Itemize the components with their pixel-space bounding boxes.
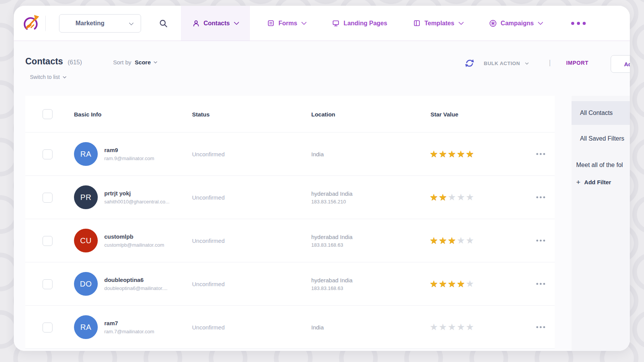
filter-item-all-contacts[interactable]: All Contacts [572,101,630,125]
contact-status: Unconfirmed [192,238,225,244]
row-actions-menu[interactable] [534,238,547,244]
columns-icon [413,20,421,27]
row-actions-menu[interactable] [534,151,547,157]
contact-basic-info: customlpb customlpb@mailinator.com [104,233,164,248]
star-filled-icon: ★ [439,192,448,202]
nav-divider [45,16,46,31]
ellipsis-icon [536,283,538,285]
filter-item-all-saved-filters[interactable]: All Saved Filters [572,130,630,147]
table-row[interactable]: PR prtrjt yokj sahith0010@gharcentral.co… [25,175,555,219]
contacts-table: Basic Info Status Location Star Value RA… [25,96,555,349]
contact-email: customlpb@mailinator.com [104,242,164,248]
form-icon [267,20,274,27]
contact-basic-info: doubleoptina6 doubleoptina6@mailinator..… [104,277,168,291]
star-empty-icon: ★ [457,235,466,246]
refresh-button[interactable] [465,58,475,68]
location-city: hyderabad India [311,277,353,283]
sort-by-label: Sort by [113,59,131,66]
contact-location: India [311,151,324,157]
product-selector[interactable]: Marketing [59,14,141,33]
location-city: India [311,151,324,157]
contact-email: sahith0010@gharcentral.co... [104,199,169,205]
contact-name: ram9 [104,147,154,153]
location-ip: 183.83.156.210 [311,199,353,205]
star-filled-icon: ★ [457,149,466,159]
column-header-star-value: Star Value [430,111,458,118]
row-checkbox[interactable] [43,323,53,333]
marketing-logo-icon[interactable] [21,13,41,33]
select-all-checkbox[interactable] [43,109,53,119]
tab-landing-pages[interactable]: Landing Pages [323,6,396,41]
star-filled-icon: ★ [430,149,439,159]
row-checkbox[interactable] [43,193,53,203]
chevron-down-icon [301,20,307,25]
header-divider: | [549,59,551,67]
row-checkbox[interactable] [43,149,53,159]
actions-button[interactable]: Act [611,55,630,73]
star-rating[interactable]: ★★★★★ [430,279,475,288]
star-filled-icon: ★ [439,149,448,159]
star-empty-icon: ★ [466,278,475,289]
table-row[interactable]: RA ram7 ram.7@mailinator.com Unconfirmed… [25,305,555,349]
add-filter-label: Add Filter [584,179,611,185]
search-button[interactable] [156,16,170,30]
star-filled-icon: ★ [448,278,457,289]
contact-name: doubleoptina6 [104,277,168,283]
import-button[interactable]: IMPORT [566,60,588,66]
campaign-icon [489,20,497,27]
row-checkbox[interactable] [43,236,53,246]
avatar: DO [74,272,98,296]
table-row[interactable]: RA ram9 ram.9@mailinator.com Unconfirmed… [25,132,555,175]
ellipsis-icon [536,326,538,328]
switch-to-list-control[interactable]: Switch to list [30,74,66,80]
star-rating[interactable]: ★★★★★ [430,236,475,245]
location-ip: 183.83.168.63 [311,242,353,248]
row-actions-menu[interactable] [534,194,547,201]
row-actions-menu[interactable] [534,281,547,287]
table-header-row: Basic Info Status Location Star Value [25,96,555,132]
plus-icon: + [576,179,580,186]
row-checkbox[interactable] [43,279,53,289]
star-empty-icon: ★ [448,192,457,202]
star-filled-icon: ★ [457,278,466,289]
location-city: India [311,324,324,330]
sort-value: Score [135,59,151,66]
tab-templates[interactable]: Templates [404,6,472,41]
contact-location: India [311,324,324,330]
star-rating[interactable]: ★★★★★ [430,193,475,202]
page-title: Contacts [25,56,63,67]
filters-panel: All Contacts All Saved Filters Meet all … [572,96,630,351]
star-filled-icon: ★ [466,149,475,159]
refresh-icon [465,58,475,68]
table-row[interactable]: CU customlpb customlpb@mailinator.com Un… [25,219,555,262]
tab-label: Templates [424,20,454,27]
contacts-count: (615) [67,59,82,66]
table-row[interactable]: DO doubleoptina6 doubleoptina6@mailinato… [25,262,555,305]
ellipsis-icon [571,22,574,25]
contact-basic-info: ram9 ram.9@mailinator.com [104,147,154,161]
tab-campaigns[interactable]: Campaigns [480,6,551,41]
more-menu-button[interactable] [564,6,593,41]
contact-name: ram7 [104,320,154,326]
sort-control[interactable]: Sort by Score [113,59,157,66]
tab-forms[interactable]: Forms [258,6,315,41]
star-filled-icon: ★ [448,149,457,159]
contact-rows: RA ram9 ram.9@mailinator.com Unconfirmed… [25,132,555,349]
filter-item-label: All Saved Filters [580,135,624,142]
star-empty-icon: ★ [457,321,466,332]
star-rating[interactable]: ★★★★★ [430,149,475,159]
column-header-status: Status [192,111,210,118]
tab-contacts[interactable]: Contacts [181,6,250,41]
contact-name: customlpb [104,233,164,240]
contact-email: ram.9@mailinator.com [104,156,154,161]
star-rating[interactable]: ★★★★★ [430,322,475,331]
bulk-action-dropdown[interactable]: BULK ACTION [484,61,528,66]
chevron-down-icon [525,61,529,65]
tab-label: Contacts [204,20,230,27]
add-filter-button[interactable]: + Add Filter [572,179,630,186]
chevron-down-icon [458,20,464,25]
contact-location: hyderabad India 183.83.168.63 [311,277,353,291]
top-nav: Marketing Contacts [14,6,630,41]
chevron-down-icon [129,20,134,25]
row-actions-menu[interactable] [534,324,547,330]
